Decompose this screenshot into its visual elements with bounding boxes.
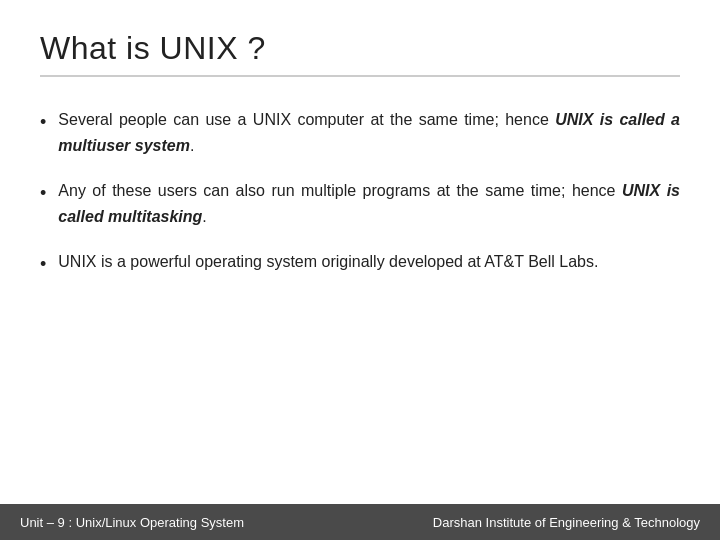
- slide-title: What is UNIX ?: [40, 30, 680, 75]
- bullet-text-2: Any of these users can also run multiple…: [58, 178, 680, 231]
- bullet-dot-3: •: [40, 250, 46, 279]
- bullet-item-1: • Several people can use a UNIX computer…: [40, 107, 680, 160]
- bullet-text-3: UNIX is a powerful operating system orig…: [58, 249, 598, 275]
- footer-right-text: Darshan Institute of Engineering & Techn…: [433, 515, 700, 530]
- footer-left-text: Unit – 9 : Unix/Linux Operating System: [20, 515, 244, 530]
- bullet-dot-1: •: [40, 108, 46, 137]
- bullet-text-1: Several people can use a UNIX computer a…: [58, 107, 680, 160]
- footer: Unit – 9 : Unix/Linux Operating System D…: [0, 504, 720, 540]
- slide-container: What is UNIX ? • Several people can use …: [0, 0, 720, 540]
- bullet-item-3: • UNIX is a powerful operating system or…: [40, 249, 680, 279]
- bullet-item-2: • Any of these users can also run multip…: [40, 178, 680, 231]
- bullet-dot-2: •: [40, 179, 46, 208]
- title-divider: [40, 75, 680, 77]
- content-section: • Several people can use a UNIX computer…: [40, 107, 680, 540]
- title-section: What is UNIX ?: [40, 30, 680, 97]
